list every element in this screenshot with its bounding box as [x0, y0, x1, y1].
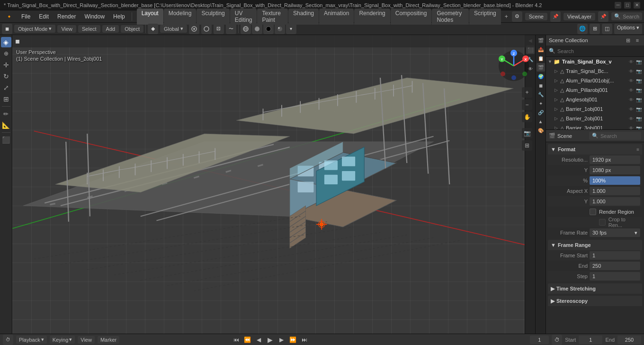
scene-selector[interactable]: Scene	[525, 13, 547, 20]
select-tool-btn[interactable]: ◈	[1, 37, 11, 47]
play-btn[interactable]: ▶	[265, 335, 276, 345]
search-box[interactable]: 🔍 Search	[611, 12, 642, 20]
stereoscopy-header[interactable]: ▶ Stereoscopy	[548, 296, 642, 306]
timeline-type-btn[interactable]: ⏱	[3, 335, 13, 345]
engine-selector[interactable]: ⚙	[512, 11, 522, 22]
item-vis-0[interactable]: 👁	[628, 69, 635, 74]
marker-menu-btn[interactable]: Marker	[98, 336, 119, 344]
outliner-filter-btn[interactable]: ⊞	[624, 36, 632, 44]
current-frame-input[interactable]: 1	[530, 336, 549, 344]
pan-btn[interactable]: ✋	[522, 112, 532, 122]
tree-item-4[interactable]: ▷ △ Barrier_1obj001 👁 📷	[546, 104, 644, 114]
solid-btn[interactable]	[252, 24, 262, 34]
menu-help[interactable]: Help	[109, 12, 129, 21]
axis-widget[interactable]: Z X Y	[497, 49, 530, 82]
workspace-rendering[interactable]: Rendering	[354, 9, 390, 25]
view-layer-props-btn[interactable]: 📋	[537, 54, 545, 63]
object-mode-btn[interactable]: Object Mode ▾	[14, 25, 55, 33]
outliner-options-btn[interactable]: ≡	[634, 36, 641, 44]
playback-menu-btn[interactable]: Playback ▾	[16, 336, 47, 344]
item-rnd-5[interactable]: 📷	[635, 116, 642, 121]
add-menu-btn[interactable]: Add	[102, 25, 119, 33]
item-rnd-1[interactable]: 📷	[635, 78, 642, 83]
next-frame-btn[interactable]: ▶	[277, 335, 287, 345]
crop-checkbox[interactable]	[599, 219, 606, 226]
tree-item-0[interactable]: ▷ △ Train_Signal_Bc... 👁 📷	[546, 66, 644, 76]
workspace-texture-paint[interactable]: Texture Paint	[257, 9, 287, 25]
menu-render[interactable]: Render	[54, 12, 80, 21]
workspace-modeling[interactable]: Modeling	[164, 9, 197, 25]
frame-end-value[interactable]: 250	[590, 262, 640, 270]
scale-tool-btn[interactable]: ⤢	[1, 82, 11, 93]
proportional-edit-btn[interactable]	[201, 24, 212, 34]
world-props-btn[interactable]: 🌍	[537, 72, 545, 81]
material-preview-btn[interactable]	[263, 24, 274, 34]
item-render-btn[interactable]: 📷	[635, 59, 642, 64]
close-button[interactable]: ✕	[634, 2, 640, 9]
transform-origin-btn[interactable]: ◆	[148, 24, 158, 34]
menu-blender[interactable]: 🔸	[2, 12, 17, 21]
menu-file[interactable]: File	[18, 12, 34, 21]
scene-pin[interactable]: 📌	[550, 11, 561, 22]
frame-range-header[interactable]: ▼ Frame Range	[548, 240, 642, 250]
aspect-y-value[interactable]: 1.000	[590, 197, 640, 206]
view-layer-selector[interactable]: ViewLayer	[564, 13, 595, 20]
props-search-input[interactable]	[600, 133, 638, 139]
workspace-layout[interactable]: Layout	[137, 9, 163, 25]
frame-step-value[interactable]: 1	[590, 272, 640, 281]
format-section-header[interactable]: ▼ Format ≡	[548, 144, 642, 154]
resolution-y-value[interactable]: 1080 px	[590, 166, 640, 174]
measure-btn[interactable]: 📐	[1, 120, 11, 130]
snap-btn[interactable]	[189, 24, 199, 34]
wireframe-btn[interactable]	[241, 24, 251, 34]
view-menu-btn[interactable]: View	[78, 336, 95, 344]
gizmos-btn[interactable]: 🌐	[577, 24, 588, 34]
move-tool-btn[interactable]: ✛	[1, 60, 11, 70]
prev-frame-btn[interactable]: ◀	[254, 335, 264, 345]
transform-tool-btn[interactable]: ⊞	[1, 94, 11, 104]
outliner-search-input[interactable]	[557, 48, 641, 54]
shading-options-btn[interactable]: ▾	[286, 24, 296, 34]
start-frame-value[interactable]: 1	[579, 336, 602, 344]
individual-origins-btn[interactable]: ⚄	[214, 24, 224, 34]
xray-btn[interactable]: ◫	[602, 24, 612, 34]
snap-align-btn[interactable]: 〜	[226, 24, 236, 34]
item-vis-6[interactable]: 👁	[628, 126, 635, 130]
next-keyframe-btn[interactable]: ⏩	[288, 335, 298, 345]
keying-menu-btn[interactable]: Keying ▾	[50, 336, 75, 344]
viewport-3d[interactable]: ◼ User Perspective (1) Scene Collection …	[12, 35, 535, 334]
view-menu-btn[interactable]: View	[57, 25, 76, 33]
workspace-compositing[interactable]: Compositing	[391, 9, 432, 25]
workspace-shading[interactable]: Shading	[288, 9, 319, 25]
select-menu-btn[interactable]: Select	[78, 25, 100, 33]
add-cube-btn[interactable]: ⬛	[1, 135, 11, 145]
editor-type-btn[interactable]: ◼	[2, 24, 12, 34]
material-props-btn[interactable]: 🎨	[537, 126, 545, 135]
item-vis-1[interactable]: 👁	[628, 78, 635, 83]
object-props-btn[interactable]: ◼	[537, 81, 545, 90]
annotate-btn[interactable]: ✏	[1, 109, 11, 119]
jump-start-btn[interactable]: ⏮	[231, 335, 242, 345]
render-props-btn[interactable]: 🎬	[537, 36, 545, 45]
item-rnd-4[interactable]: 📷	[635, 107, 642, 112]
rendered-btn[interactable]	[275, 24, 285, 34]
workspace-scripting[interactable]: Scripting	[469, 9, 501, 25]
workspace-sculpting[interactable]: Sculpting	[197, 9, 229, 25]
minimize-button[interactable]: ─	[615, 2, 621, 9]
tree-item-5[interactable]: ▷ △ Barrier_2obj001 👁 📷	[546, 114, 644, 123]
item-rnd-3[interactable]: 📷	[635, 97, 642, 102]
constraints-props-btn[interactable]: 🔗	[537, 108, 545, 117]
cursor-tool-btn[interactable]: ⊕	[1, 48, 11, 59]
resolution-x-value[interactable]: 1920 px	[590, 155, 640, 164]
item-rnd-6[interactable]: 📷	[635, 126, 642, 130]
item-vis-4[interactable]: 👁	[628, 107, 635, 112]
data-props-btn[interactable]: ▲	[537, 117, 545, 126]
camera-btn[interactable]: 📷	[522, 128, 532, 138]
prev-keyframe-btn[interactable]: ⏪	[242, 335, 253, 345]
workspace-animation[interactable]: Animation	[319, 9, 354, 25]
menu-window[interactable]: Window	[80, 12, 108, 21]
time-stretching-header[interactable]: ▶ Time Stretching	[548, 283, 642, 294]
resolution-pct-value[interactable]: 100%	[590, 176, 640, 185]
scene-props-btn[interactable]: 🎬	[537, 63, 545, 72]
transform-orientation-btn[interactable]: Global ▾	[160, 25, 187, 33]
